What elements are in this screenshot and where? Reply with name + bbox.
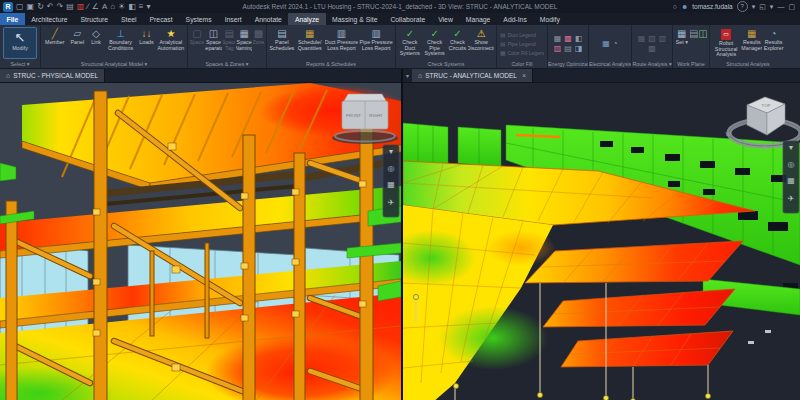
tab-struc-physical-model[interactable]: ⌂ STRUC - PHYSICAL MODEL xyxy=(0,69,105,82)
sync-icon[interactable]: ↻ xyxy=(37,0,44,13)
open-icon[interactable]: ▢ xyxy=(16,0,24,13)
save-icon[interactable]: ▣ xyxy=(27,0,35,13)
ribbon-button[interactable]: ▩ xyxy=(648,44,656,53)
ribbon-tab[interactable]: Massing & Site xyxy=(326,13,384,25)
ribbon-button[interactable]: ✓Check Duct Systems xyxy=(398,26,422,60)
panel-label-reports[interactable]: Reports & Schedules xyxy=(267,60,395,68)
transfer-icon[interactable]: ▥ xyxy=(77,0,85,13)
physical-model-canvas[interactable]: FRONT RIGHT ▾ ◎ ▦ ✈ xyxy=(0,83,401,400)
panel-label-spaces[interactable]: Spaces & Zones ▾ xyxy=(188,60,266,68)
panel-label-energy[interactable]: Energy Optimization xyxy=(548,60,588,68)
ribbon-button[interactable]: ◔ xyxy=(613,39,618,48)
ribbon-tab[interactable]: Insert xyxy=(218,13,248,25)
tile-menu-icon[interactable]: ▾ xyxy=(403,69,412,82)
ribbon-tab[interactable]: Analyze xyxy=(288,13,325,25)
ribbon-button[interactable]: ▦Space Naming xyxy=(236,26,252,60)
ribbon-button[interactable]: ▥Duct Pressure Loss Report xyxy=(325,26,359,60)
panel-label-sam[interactable]: Structural Analytical Model ▾ xyxy=(41,60,187,68)
ribbon-button[interactable]: ✓Check Pipe Systems xyxy=(423,26,447,60)
ribbon-tab[interactable]: Collaborate xyxy=(384,13,432,25)
ribbon-button[interactable]: ✓Check Circuits xyxy=(447,26,467,60)
ribbon-button[interactable]: ▦Schedule/ Quantities xyxy=(296,26,324,60)
ribbon-button[interactable]: ▤Pipe Legend xyxy=(500,40,544,48)
text-icon[interactable]: A xyxy=(102,0,107,13)
ribbon-button[interactable]: ▱Panel xyxy=(67,26,87,60)
ribbon-button[interactable]: ⊥Boundary Conditions xyxy=(105,26,136,60)
ribbon-tab[interactable]: Steel xyxy=(115,13,144,25)
panel-label-workplane[interactable]: Work Plane xyxy=(673,60,709,68)
revit-logo-icon[interactable]: R xyxy=(3,2,13,12)
ribbon-tab[interactable]: Annotate xyxy=(248,13,288,25)
ribbon-button[interactable]: ▦Results Manager xyxy=(741,26,762,60)
ribbon-button[interactable]: ▤ xyxy=(690,26,698,60)
ribbon-tab[interactable]: Architecture xyxy=(25,13,74,25)
redo-icon[interactable]: ↷ xyxy=(57,0,64,13)
ribbon-button[interactable]: ★Analytical Automation xyxy=(157,26,185,60)
help-icon[interactable]: ? xyxy=(737,1,748,12)
tab-struc-analytical-model[interactable]: ⌂ STRUC - ANALYTICAL MODEL × xyxy=(412,69,533,82)
analytical-model-canvas[interactable]: TOP W S E ▾ ◎ ▦ ✈ xyxy=(403,83,800,400)
dimension-icon[interactable]: ∠ xyxy=(92,0,99,13)
ribbon-button[interactable]: ◧ xyxy=(575,34,583,43)
ribbon-button[interactable]: ◔Results Explorer xyxy=(763,26,784,60)
ribbon-tab[interactable]: File xyxy=(0,13,25,25)
navigation-bar-right[interactable]: ▾ ◎ ▦ ✈ xyxy=(783,141,799,213)
ribbon-button[interactable]: ▤Duct Legend xyxy=(500,31,544,39)
ribbon-button[interactable]: ▩ xyxy=(564,34,572,43)
user-dropdown-icon[interactable]: ▾ xyxy=(752,0,756,13)
3d-view-icon[interactable]: ⌂ xyxy=(110,0,115,13)
ribbon-tab[interactable]: Precast xyxy=(143,13,179,25)
ribbon-button[interactable]: ◫Space Separator xyxy=(205,26,223,60)
search-icon[interactable]: ○ xyxy=(673,0,677,13)
ribbon-button[interactable]: ▥ xyxy=(659,34,667,43)
ribbon-tab[interactable]: Systems xyxy=(179,13,218,25)
ribbon-button[interactable]: ◫ xyxy=(699,26,707,60)
help-dropdown-icon[interactable]: ▾ xyxy=(770,0,774,13)
ribbon-button[interactable]: ▤ xyxy=(564,44,572,53)
store-icon[interactable]: ◱ xyxy=(759,0,766,13)
ribbon-tab[interactable]: Manage xyxy=(459,13,497,25)
ribbon-tab[interactable]: Modify xyxy=(533,13,566,25)
panel-label-colorfill[interactable]: Color Fill xyxy=(497,60,547,68)
ribbon-button[interactable]: ▩Zone xyxy=(253,26,264,60)
close-tab-icon[interactable]: × xyxy=(522,72,526,79)
ribbon-button[interactable]: ▦Color Fill Legend xyxy=(500,49,544,57)
panel-label-structural[interactable]: Structural Analysis xyxy=(710,60,786,68)
ribbon-button[interactable]: ▧ xyxy=(648,34,656,43)
sun-icon[interactable]: ☀ xyxy=(118,0,125,13)
ribbon-tab[interactable]: Structure xyxy=(74,13,115,25)
ribbon-button[interactable]: ╱Member xyxy=(43,26,66,60)
ribbon-button[interactable]: ◇Link xyxy=(88,26,104,60)
ribbon-tab[interactable]: View xyxy=(432,13,460,25)
ribbon-button[interactable]: ▦ xyxy=(638,34,646,43)
restore-button[interactable]: ▢ xyxy=(788,0,795,13)
thin-lines-icon[interactable]: ≡ xyxy=(139,0,144,13)
user-name[interactable]: tomasz.fudala xyxy=(692,3,732,10)
ribbon-button[interactable]: ▦ xyxy=(602,39,610,48)
ribbon-tab[interactable]: Add-Ins xyxy=(497,13,533,25)
section-icon[interactable]: ◧ xyxy=(128,0,136,13)
panel-label-check[interactable]: Check Systems xyxy=(396,60,496,68)
panel-label-select[interactable]: Select ▾ xyxy=(0,60,40,68)
panel-label-electrical[interactable]: Electrical Analysis xyxy=(589,60,631,68)
ribbon-button[interactable]: ▦Set ▾ xyxy=(675,26,689,60)
ribbon-button[interactable]: ▤Panel Schedules xyxy=(269,26,295,60)
ribbon-button[interactable]: ▢Space xyxy=(190,26,204,60)
ribbon-button[interactable]: ↓↓Loads xyxy=(137,26,156,60)
navigation-bar-left[interactable]: ▾ ◎ ▦ ✈ xyxy=(383,145,399,217)
ribbon-button[interactable]: ▭Robot Structural Analysis xyxy=(712,26,740,60)
undo-icon[interactable]: ↶ xyxy=(47,0,54,13)
qat-more-icon[interactable]: ▾ xyxy=(146,0,150,13)
modify-button[interactable]: ↖Modify xyxy=(3,27,37,59)
panel-label-route[interactable]: Route Analysis ▾ xyxy=(632,60,672,68)
ribbon-button[interactable]: ▦ xyxy=(554,34,562,43)
ribbon-button[interactable]: ▨ xyxy=(554,44,562,53)
measure-icon[interactable]: ∕ xyxy=(87,0,88,13)
ribbon-button[interactable]: ▤Space Tag xyxy=(223,26,235,60)
minimize-button[interactable]: — xyxy=(777,0,784,13)
user-avatar-icon[interactable]: ☻ xyxy=(681,0,688,13)
print-icon[interactable]: ▤ xyxy=(66,0,74,13)
ribbon-button[interactable]: ▥Pipe Pressure Loss Report xyxy=(359,26,393,60)
ribbon-button[interactable]: ⚠Show Disconnects xyxy=(468,26,494,60)
ribbon-button[interactable]: ◨ xyxy=(575,44,583,53)
